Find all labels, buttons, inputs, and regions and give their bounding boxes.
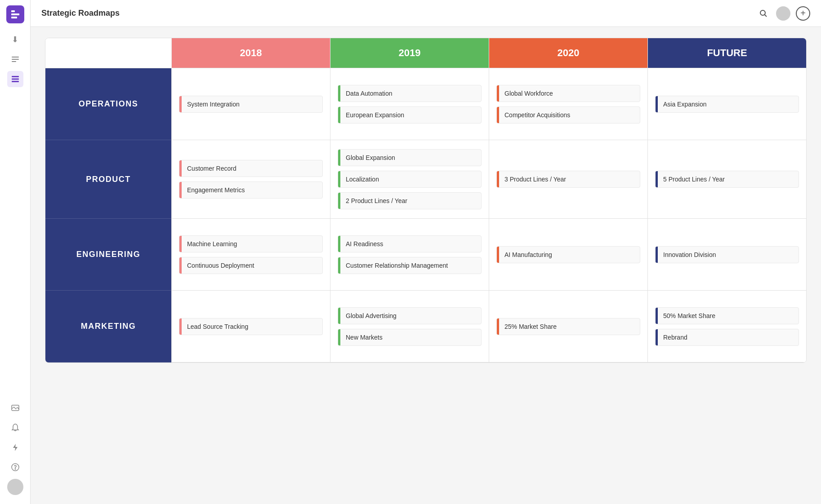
svg-point-17 bbox=[760, 10, 765, 15]
list-item[interactable]: 25% Market Share bbox=[496, 318, 640, 335]
item-label: Engagement Metrics bbox=[182, 182, 250, 198]
item-label: AI Manufacturing bbox=[499, 247, 558, 263]
svg-marker-14 bbox=[13, 444, 18, 451]
sidebar: ⬇ bbox=[0, 0, 31, 504]
svg-point-16 bbox=[15, 469, 16, 469]
cell-operations-col2: Global WorkforceCompetitor Acquisitions bbox=[489, 68, 647, 140]
list-item[interactable]: Competitor Acquisitions bbox=[496, 106, 640, 124]
cell-operations-col3: Asia Expansion bbox=[647, 68, 806, 140]
list-item[interactable]: System Integration bbox=[179, 96, 323, 113]
list-item[interactable]: AI Manufacturing bbox=[496, 246, 640, 263]
list-item[interactable]: Innovation Division bbox=[655, 246, 799, 263]
list-item[interactable]: AI Readiness bbox=[338, 235, 482, 252]
list-item[interactable]: 2 Product Lines / Year bbox=[338, 192, 482, 209]
list-item[interactable]: Global Advertising bbox=[338, 307, 482, 324]
list-item[interactable]: European Expansion bbox=[338, 106, 482, 124]
svg-rect-7 bbox=[12, 79, 19, 80]
item-label: Global Advertising bbox=[340, 308, 402, 324]
list-item[interactable]: New Markets bbox=[338, 329, 482, 346]
main-area: Strategic Roadmaps + 2018 2019 2020 FUTU… bbox=[31, 0, 821, 504]
svg-rect-2 bbox=[11, 17, 17, 18]
image-icon[interactable] bbox=[7, 400, 23, 416]
user-avatar-header[interactable] bbox=[776, 6, 790, 21]
app-logo[interactable] bbox=[6, 5, 24, 23]
item-label: Global Expansion bbox=[340, 150, 401, 166]
column-header-2018: 2018 bbox=[171, 38, 330, 68]
roadmap-icon[interactable] bbox=[7, 71, 23, 87]
item-label: Machine Learning bbox=[182, 236, 242, 252]
column-header-2020: 2020 bbox=[489, 38, 647, 68]
list-item[interactable]: Global Expansion bbox=[338, 149, 482, 166]
cell-marketing-col1: Global AdvertisingNew Markets bbox=[330, 291, 489, 363]
svg-line-12 bbox=[16, 407, 18, 408]
row-label-product: PRODUCT bbox=[45, 140, 171, 219]
header-spacer bbox=[45, 38, 171, 68]
svg-rect-3 bbox=[12, 57, 19, 57]
row-label-text-product: PRODUCT bbox=[86, 175, 131, 184]
user-avatar[interactable] bbox=[7, 479, 23, 495]
list-item[interactable]: Asia Expansion bbox=[655, 96, 799, 113]
svg-rect-0 bbox=[11, 10, 15, 12]
item-label: European Expansion bbox=[340, 107, 410, 123]
cell-product-col0: Customer RecordEngagement Metrics bbox=[171, 140, 330, 219]
column-header-2019: 2019 bbox=[330, 38, 489, 68]
list-item[interactable]: Customer Relationship Management bbox=[338, 257, 482, 274]
list-item[interactable]: Localization bbox=[338, 171, 482, 188]
list-icon[interactable] bbox=[7, 51, 23, 67]
list-item[interactable]: Machine Learning bbox=[179, 235, 323, 252]
bell-icon[interactable] bbox=[7, 420, 23, 436]
help-icon[interactable] bbox=[7, 459, 23, 475]
cell-engineering-col3: Innovation Division bbox=[647, 219, 806, 291]
header-actions: + bbox=[756, 6, 810, 21]
svg-line-11 bbox=[14, 407, 16, 409]
list-item[interactable]: Data Automation bbox=[338, 85, 482, 102]
list-item[interactable]: Rebrand bbox=[655, 329, 799, 346]
download-icon[interactable]: ⬇ bbox=[7, 31, 23, 48]
item-label: Lead Source Tracking bbox=[182, 318, 254, 335]
cell-product-col1: Global ExpansionLocalization2 Product Li… bbox=[330, 140, 489, 219]
item-label: Rebrand bbox=[658, 329, 693, 345]
svg-rect-4 bbox=[12, 59, 19, 60]
item-label: Customer Record bbox=[182, 160, 242, 177]
lightning-icon[interactable] bbox=[7, 439, 23, 455]
item-label: 25% Market Share bbox=[499, 318, 562, 335]
item-label: Data Automation bbox=[340, 85, 398, 102]
cell-marketing-col2: 25% Market Share bbox=[489, 291, 647, 363]
list-item[interactable]: 3 Product Lines / Year bbox=[496, 171, 640, 188]
cell-engineering-col2: AI Manufacturing bbox=[489, 219, 647, 291]
svg-rect-5 bbox=[12, 61, 16, 62]
cell-marketing-col0: Lead Source Tracking bbox=[171, 291, 330, 363]
row-label-text-engineering: ENGINEERING bbox=[76, 250, 141, 259]
row-label-operations: OPERATIONS bbox=[45, 68, 171, 140]
content-area: 2018 2019 2020 FUTURE OPERATIONSSystem I… bbox=[31, 27, 821, 504]
cell-engineering-col1: AI ReadinessCustomer Relationship Manage… bbox=[330, 219, 489, 291]
list-item[interactable]: 5 Product Lines / Year bbox=[655, 171, 799, 188]
search-icon[interactable] bbox=[756, 6, 771, 21]
column-header-future: FUTURE bbox=[647, 38, 806, 68]
svg-rect-6 bbox=[12, 76, 19, 77]
header: Strategic Roadmaps + bbox=[31, 0, 821, 27]
item-label: System Integration bbox=[182, 96, 245, 112]
item-label: New Markets bbox=[340, 329, 388, 345]
list-item[interactable]: Customer Record bbox=[179, 160, 323, 177]
cell-product-col3: 5 Product Lines / Year bbox=[647, 140, 806, 219]
item-label: Asia Expansion bbox=[658, 96, 712, 112]
item-label: Global Workforce bbox=[499, 85, 558, 102]
list-item[interactable]: Engagement Metrics bbox=[179, 181, 323, 199]
add-button[interactable]: + bbox=[796, 6, 810, 21]
cell-marketing-col3: 50% Market ShareRebrand bbox=[647, 291, 806, 363]
row-label-engineering: ENGINEERING bbox=[45, 219, 171, 291]
row-label-marketing: MARKETING bbox=[45, 291, 171, 363]
list-item[interactable]: 50% Market Share bbox=[655, 307, 799, 324]
svg-rect-1 bbox=[11, 13, 19, 15]
item-label: Continuous Deployment bbox=[182, 257, 259, 274]
list-item[interactable]: Continuous Deployment bbox=[179, 257, 323, 274]
item-label: Customer Relationship Management bbox=[340, 257, 453, 274]
list-item[interactable]: Lead Source Tracking bbox=[179, 318, 323, 335]
item-label: 50% Market Share bbox=[658, 308, 721, 324]
item-label: Competitor Acquisitions bbox=[499, 107, 576, 123]
svg-rect-8 bbox=[12, 81, 19, 82]
item-label: Innovation Division bbox=[658, 247, 722, 263]
list-item[interactable]: Global Workforce bbox=[496, 85, 640, 102]
item-label: AI Readiness bbox=[340, 236, 388, 252]
